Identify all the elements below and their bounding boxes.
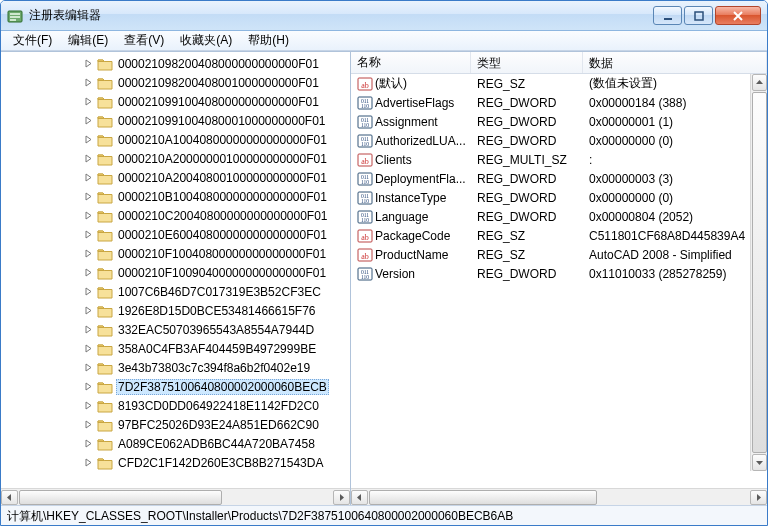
app-icon (7, 8, 23, 24)
tree-item-label: 1926E8D15D0BCE53481466615F76 (116, 303, 318, 319)
tree-item[interactable]: A089CE062ADB6BC44A720BA7458 (11, 434, 350, 453)
value-name-cell: 011110Version (351, 266, 471, 282)
values-list[interactable]: 名称 类型 数据 ab(默认)REG_SZ(数值未设置)011110Advert… (351, 52, 767, 488)
scroll-right-button[interactable] (333, 490, 350, 505)
tree-hscrollbar[interactable] (1, 488, 350, 505)
expander-icon[interactable] (83, 419, 94, 430)
expander-icon[interactable] (83, 153, 94, 164)
value-type: REG_DWORD (471, 115, 583, 129)
tree-item[interactable]: 332EAC50703965543A8554A7944D (11, 320, 350, 339)
menu-help[interactable]: 帮助(H) (240, 30, 297, 51)
scroll-down-button[interactable] (752, 454, 767, 471)
list-row[interactable]: 011110AdvertiseFlagsREG_DWORD0x00000184 … (351, 93, 767, 112)
tree-item[interactable]: 0000210F10040800000000000000F01 (11, 244, 350, 263)
registry-tree[interactable]: 000021098200408000000000000F010000210982… (1, 52, 350, 488)
list-row[interactable]: abProductNameREG_SZAutoCAD 2008 - Simpli… (351, 245, 767, 264)
expander-icon[interactable] (83, 191, 94, 202)
tree-item[interactable]: 8193CD0DD064922418E1142FD2C0 (11, 396, 350, 415)
tree-hscroll-thumb[interactable] (19, 490, 222, 505)
values-vscrollbar[interactable] (750, 74, 767, 471)
value-type: REG_DWORD (471, 134, 583, 148)
tree-item[interactable]: 97BFC25026D93E24A851ED662C90 (11, 415, 350, 434)
expander-icon[interactable] (83, 77, 94, 88)
list-row[interactable]: 011110LanguageREG_DWORD0x00000804 (2052) (351, 207, 767, 226)
tree-item[interactable]: 0000210E60040800000000000000F01 (11, 225, 350, 244)
values-vscroll-thumb[interactable] (752, 92, 767, 453)
expander-icon[interactable] (83, 229, 94, 240)
tree-item[interactable]: CFD2C1F142D260E3CB8B271543DA (11, 453, 350, 472)
list-row[interactable]: abClientsREG_MULTI_SZ: (351, 150, 767, 169)
list-header: 名称 类型 数据 (351, 52, 767, 74)
menu-favorites[interactable]: 收藏夹(A) (172, 30, 240, 51)
maximize-button[interactable] (684, 6, 713, 25)
expander-icon[interactable] (83, 58, 94, 69)
expander-icon[interactable] (83, 438, 94, 449)
expander-icon[interactable] (83, 286, 94, 297)
tree-item[interactable]: 0000210A10040800000000000000F01 (11, 130, 350, 149)
expander-icon[interactable] (83, 267, 94, 278)
tree-item[interactable]: 0000210A20040800100000000000F01 (11, 168, 350, 187)
list-row[interactable]: 011110InstanceTypeREG_DWORD0x00000000 (0… (351, 188, 767, 207)
tree-item[interactable]: 000021099100408000000000000F01 (11, 92, 350, 111)
list-row[interactable]: 011110AuthorizedLUA...REG_DWORD0x0000000… (351, 131, 767, 150)
values-hscrollbar[interactable] (351, 488, 767, 505)
titlebar[interactable]: 注册表编辑器 (1, 1, 767, 31)
menu-edit[interactable]: 编辑(E) (60, 30, 116, 51)
tree-item[interactable]: 0000210991004080001000000000F01 (11, 111, 350, 130)
folder-icon (97, 190, 113, 204)
tree-item[interactable]: 0000210F10090400000000000000F01 (11, 263, 350, 282)
expander-icon[interactable] (83, 381, 94, 392)
expander-icon[interactable] (83, 248, 94, 259)
tree-item[interactable]: 358A0C4FB3AF404459B4972999BE (11, 339, 350, 358)
value-name-cell: abProductName (351, 247, 471, 263)
values-pane: 名称 类型 数据 ab(默认)REG_SZ(数值未设置)011110Advert… (351, 52, 767, 505)
values-vscroll-track[interactable] (752, 92, 767, 453)
column-header-name[interactable]: 名称 (351, 52, 471, 73)
column-header-type[interactable]: 类型 (471, 52, 583, 73)
values-hscroll-thumb[interactable] (369, 490, 597, 505)
tree-hscroll-track[interactable] (19, 490, 332, 505)
folder-icon (97, 209, 113, 223)
tree-item[interactable]: 0000210B10040800000000000000F01 (11, 187, 350, 206)
expander-icon[interactable] (83, 115, 94, 126)
value-type-icon: 011110 (357, 114, 373, 130)
tree-item-label: 7D2F3875100640800002000060BECB (116, 379, 329, 395)
list-row[interactable]: 011110DeploymentFla...REG_DWORD0x0000000… (351, 169, 767, 188)
expander-icon[interactable] (83, 305, 94, 316)
list-row[interactable]: 011110VersionREG_DWORD0x11010033 (285278… (351, 264, 767, 283)
tree-item[interactable]: 1007C6B46D7C017319E3B52CF3EC (11, 282, 350, 301)
values-scroll-area[interactable]: 名称 类型 数据 ab(默认)REG_SZ(数值未设置)011110Advert… (351, 52, 767, 488)
value-name-cell: 011110DeploymentFla... (351, 171, 471, 187)
expander-icon[interactable] (83, 324, 94, 335)
scroll-right-button[interactable] (750, 490, 767, 505)
expander-icon[interactable] (83, 362, 94, 373)
column-header-data[interactable]: 数据 (583, 52, 767, 73)
values-hscroll-track[interactable] (369, 490, 749, 505)
tree-scroll-area[interactable]: 000021098200408000000000000F010000210982… (1, 52, 350, 488)
value-data: 0x11010033 (285278259) (583, 267, 767, 281)
expander-icon[interactable] (83, 134, 94, 145)
list-row[interactable]: 011110AssignmentREG_DWORD0x00000001 (1) (351, 112, 767, 131)
tree-item[interactable]: 7D2F3875100640800002000060BECB (11, 377, 350, 396)
expander-icon[interactable] (83, 210, 94, 221)
minimize-button[interactable] (653, 6, 682, 25)
list-row[interactable]: ab(默认)REG_SZ(数值未设置) (351, 74, 767, 93)
tree-item[interactable]: 1926E8D15D0BCE53481466615F76 (11, 301, 350, 320)
expander-icon[interactable] (83, 96, 94, 107)
list-row[interactable]: abPackageCodeREG_SZC511801CF68A8D445839A… (351, 226, 767, 245)
tree-item[interactable]: 0000210A20000000100000000000F01 (11, 149, 350, 168)
expander-icon[interactable] (83, 172, 94, 183)
expander-icon[interactable] (83, 457, 94, 468)
tree-item[interactable]: 0000210C20040800000000000000F01 (11, 206, 350, 225)
scroll-up-button[interactable] (752, 74, 767, 91)
scroll-left-button[interactable] (351, 490, 368, 505)
scroll-left-button[interactable] (1, 490, 18, 505)
tree-item[interactable]: 000021098200408001000000000F01 (11, 73, 350, 92)
menu-file[interactable]: 文件(F) (5, 30, 60, 51)
menu-view[interactable]: 查看(V) (116, 30, 172, 51)
close-button[interactable] (715, 6, 761, 25)
tree-item[interactable]: 3e43b73803c7c394f8a6b2f0402e19 (11, 358, 350, 377)
expander-icon[interactable] (83, 343, 94, 354)
expander-icon[interactable] (83, 400, 94, 411)
tree-item[interactable]: 000021098200408000000000000F01 (11, 54, 350, 73)
